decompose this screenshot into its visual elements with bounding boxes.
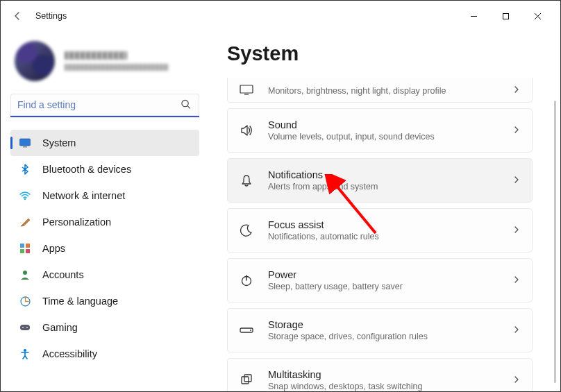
maximize-button[interactable]: [489, 6, 521, 26]
card-title: Notifications: [268, 169, 378, 180]
sidebar-item-gaming[interactable]: Gaming: [10, 314, 199, 341]
apps-icon: [19, 242, 31, 255]
window-controls: [458, 6, 553, 26]
bluetooth-icon: [19, 163, 31, 176]
card-storage[interactable]: Storage Storage space, drives, configura…: [227, 308, 533, 352]
sidebar-item-label: Accounts: [42, 269, 84, 280]
sidebar-item-network[interactable]: Network & internet: [10, 182, 199, 209]
accessibility-icon: [19, 348, 31, 360]
brush-icon: [19, 216, 31, 228]
sidebar-item-label: Bluetooth & devices: [42, 164, 131, 175]
titlebar: Settings: [1, 1, 560, 31]
avatar: [15, 41, 55, 81]
card-notifications[interactable]: Notifications Alerts from apps and syste…: [227, 158, 533, 203]
display-icon: [239, 83, 254, 98]
card-title: Sound: [268, 119, 435, 130]
sidebar-item-system[interactable]: System: [10, 130, 199, 156]
card-subtitle: Notifications, automatic rules: [268, 232, 379, 241]
profile-text: [65, 51, 169, 71]
card-text: Storage Storage space, drives, configura…: [268, 319, 428, 341]
person-icon: [19, 269, 31, 281]
svg-point-12: [22, 327, 24, 328]
card-title: Multitasking: [268, 369, 422, 380]
card-title: Power: [268, 269, 403, 280]
card-subtitle: Storage space, drives, configuration rul…: [268, 332, 428, 341]
chevron-right-icon: [512, 224, 521, 237]
sound-icon: [239, 123, 254, 138]
card-text: Monitors, brightness, night light, displ…: [268, 85, 446, 96]
multitask-icon: [239, 373, 254, 388]
sidebar-item-label: Gaming: [42, 322, 78, 333]
svg-rect-19: [242, 377, 249, 384]
svg-point-9: [23, 271, 27, 275]
svg-point-13: [26, 327, 28, 328]
svg-rect-5: [20, 244, 24, 248]
minimize-button[interactable]: [458, 6, 489, 26]
chevron-right-icon: [512, 174, 521, 187]
card-subtitle: Snap windows, desktops, task switching: [268, 382, 422, 391]
svg-rect-7: [20, 249, 24, 253]
power-icon: [239, 273, 254, 288]
card-text: Notifications Alerts from apps and syste…: [268, 169, 378, 191]
sidebar: System Bluetooth & devices Network & int…: [1, 31, 209, 391]
card-display[interactable]: Monitors, brightness, night light, displ…: [227, 78, 533, 103]
moon-icon: [239, 223, 254, 238]
chevron-right-icon: [512, 374, 521, 386]
card-subtitle: Alerts from apps and system: [268, 182, 378, 191]
card-subtitle: Volume levels, output, input, sound devi…: [268, 132, 435, 142]
card-focus-assist[interactable]: Focus assist Notifications, automatic ru…: [227, 208, 533, 253]
svg-rect-11: [20, 325, 30, 330]
svg-rect-3: [23, 146, 27, 148]
monitor-icon: [19, 137, 31, 149]
svg-rect-6: [26, 244, 30, 248]
chevron-right-icon: [512, 324, 521, 336]
svg-rect-8: [26, 249, 30, 253]
svg-point-18: [250, 330, 251, 331]
sidebar-item-time-language[interactable]: Time & language: [10, 288, 199, 314]
svg-rect-2: [20, 139, 31, 146]
sidebar-item-personalization[interactable]: Personalization: [10, 209, 199, 235]
card-power[interactable]: Power Sleep, battery usage, battery save…: [227, 258, 533, 302]
bell-icon: [239, 173, 254, 188]
card-title: Storage: [268, 319, 428, 330]
main-pane: System Monitors, brightness, night light…: [209, 31, 560, 391]
sidebar-item-label: Accessibility: [42, 348, 97, 359]
back-button[interactable]: [8, 6, 27, 26]
profile-name-obscured: [65, 51, 127, 60]
page-title: System: [227, 42, 548, 65]
card-text: Sound Volume levels, output, input, soun…: [268, 119, 435, 142]
search-input[interactable]: [10, 94, 199, 117]
svg-point-14: [24, 349, 26, 352]
sidebar-item-label: Network & internet: [42, 190, 125, 201]
chevron-right-icon: [512, 124, 521, 137]
close-button[interactable]: [521, 6, 553, 26]
svg-rect-15: [240, 85, 253, 93]
globe-clock-icon: [19, 295, 31, 307]
profile-block[interactable]: [10, 38, 199, 91]
sidebar-item-apps[interactable]: Apps: [10, 235, 199, 262]
card-title: Focus assist: [268, 219, 379, 230]
card-text: Multitasking Snap windows, desktops, tas…: [268, 369, 422, 391]
search-wrap: [10, 94, 199, 117]
storage-icon: [239, 323, 254, 338]
card-subtitle: Sleep, battery usage, battery saver: [268, 282, 403, 291]
svg-point-4: [24, 198, 26, 200]
sidebar-item-label: System: [42, 137, 76, 148]
svg-rect-0: [503, 13, 508, 19]
vertical-scrollbar[interactable]: [554, 101, 556, 383]
search-icon: [181, 99, 191, 112]
profile-email-obscured: [65, 64, 169, 71]
sidebar-item-accounts[interactable]: Accounts: [10, 262, 199, 288]
card-multitasking[interactable]: Multitasking Snap windows, desktops, tas…: [227, 358, 533, 391]
window-title: Settings: [35, 11, 67, 21]
svg-point-1: [182, 100, 188, 106]
chevron-right-icon: [512, 84, 521, 96]
sidebar-item-bluetooth[interactable]: Bluetooth & devices: [10, 156, 199, 182]
sidebar-item-accessibility[interactable]: Accessibility: [10, 341, 199, 367]
card-text: Power Sleep, battery usage, battery save…: [268, 269, 403, 291]
sidebar-item-label: Personalization: [42, 216, 111, 228]
sidebar-item-label: Time & language: [42, 296, 118, 307]
nav-list: System Bluetooth & devices Network & int…: [10, 130, 199, 367]
card-sound[interactable]: Sound Volume levels, output, input, soun…: [227, 108, 533, 153]
wifi-icon: [19, 189, 31, 202]
